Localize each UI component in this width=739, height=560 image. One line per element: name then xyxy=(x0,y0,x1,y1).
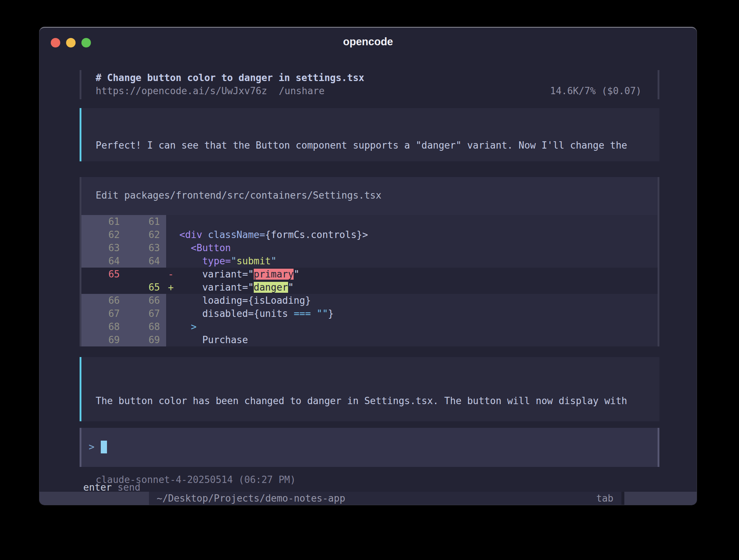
code-token: Purchase xyxy=(168,334,248,345)
code-token: "" xyxy=(317,308,328,319)
code-line: <div className={formCs.controls}> xyxy=(166,228,658,241)
diff-row: 6767 disabled={units === ""} xyxy=(81,307,658,320)
code-token: submit xyxy=(237,256,271,266)
share-url[interactable]: https://opencode.ai/s/UwJxv76z xyxy=(96,84,267,97)
code-line: > xyxy=(166,320,658,333)
status-separator xyxy=(621,492,624,505)
diff-plus-marker: + xyxy=(168,281,174,294)
session-title: # Change button color to danger in setti… xyxy=(96,71,658,84)
diff-row: 6363 <Button xyxy=(81,241,658,254)
line-number-new: 62 xyxy=(125,228,166,241)
code-line: <Button xyxy=(166,241,658,254)
edit-tool-header: Edit packages/frontend/src/containers/Se… xyxy=(81,177,658,215)
code-token: === xyxy=(294,308,317,319)
code-token xyxy=(168,321,191,332)
assistant-message: Perfect! I can see that the Button compo… xyxy=(80,108,659,161)
line-number-new: 63 xyxy=(125,241,166,254)
line-number-new: 66 xyxy=(125,294,166,307)
code-token: } xyxy=(328,308,334,319)
message-line: Perfect! I can see that the Button compo… xyxy=(96,139,659,152)
line-number-old: 69 xyxy=(81,333,125,346)
line-number-new: 61 xyxy=(125,215,166,228)
text-cursor xyxy=(101,441,107,453)
line-number-old: 68 xyxy=(81,320,125,333)
diff-row: 6969 Purchase xyxy=(81,333,658,346)
prompt-chevron: > xyxy=(89,440,95,453)
line-number-old: 61 xyxy=(81,215,125,228)
code-line xyxy=(166,215,658,228)
deleted-word: primary xyxy=(254,269,294,280)
line-number-old: 66 xyxy=(81,294,125,307)
diff-view: 6161 6262 <div className={formCs.control… xyxy=(81,215,658,346)
window-title: opencode xyxy=(39,36,697,48)
line-number-new: 64 xyxy=(125,254,166,268)
diff-row: 6464 type="submit" xyxy=(81,254,658,268)
code-line: type="submit" xyxy=(166,254,658,268)
line-number-new: 67 xyxy=(125,307,166,320)
line-number-new: 65 xyxy=(125,281,166,294)
line-number-new xyxy=(125,268,166,281)
diff-row: 6161 xyxy=(81,215,658,228)
diff-row: 6868 > xyxy=(81,320,658,333)
working-directory: ~/Desktop/Projects/demo-notes-app xyxy=(157,492,345,505)
code-line: - variant="primary" xyxy=(166,268,658,281)
diff-row-deleted: 65 - variant="primary" xyxy=(81,268,658,281)
code-token: " xyxy=(294,269,299,280)
unshare-command[interactable]: /unshare xyxy=(279,84,325,97)
code-token: className= xyxy=(202,229,265,240)
line-number-old: 63 xyxy=(81,241,125,254)
app-version-segment: opencode v0.3.11 xyxy=(39,492,149,505)
status-bar: opencode v0.3.11 ~/Desktop/Projects/demo… xyxy=(39,492,697,505)
code-token: type= xyxy=(168,256,231,266)
code-line: Purchase xyxy=(166,333,658,346)
line-number-old: 67 xyxy=(81,307,125,320)
diff-minus-marker: - xyxy=(168,268,174,281)
title-bar: opencode xyxy=(39,28,697,54)
code-token: <div xyxy=(168,229,202,240)
tab-key-hint: tab xyxy=(596,492,613,505)
code-line: + variant="danger" xyxy=(166,281,658,294)
line-number-old: 62 xyxy=(81,228,125,241)
diff-row: 6666 loading={isLoading} xyxy=(81,294,658,307)
code-line: disabled={units === ""} xyxy=(166,307,658,320)
code-line: loading={isLoading} xyxy=(166,294,658,307)
key-label: enter xyxy=(83,482,112,493)
line-number-old xyxy=(81,281,125,294)
context-stats: 14.6K/7% ($0.07) xyxy=(550,84,642,97)
terminal-window: opencode # Change button color to danger… xyxy=(39,27,697,505)
line-number-old: 65 xyxy=(81,268,125,281)
key-action-label: send xyxy=(112,482,140,493)
mode-indicator[interactable]: BUILD MODE xyxy=(624,492,697,505)
prompt-input[interactable]: > xyxy=(80,428,659,467)
code-token: disabled={units xyxy=(168,308,294,319)
added-word: danger xyxy=(254,282,288,293)
code-token: > xyxy=(191,321,197,332)
code-token: {formCs.controls}> xyxy=(265,229,368,240)
code-token: variant= xyxy=(168,269,248,280)
code-token: <Button xyxy=(168,242,231,253)
code-token: " xyxy=(248,282,254,293)
code-token: " xyxy=(288,282,294,293)
assistant-message: The button color has been changed to dan… xyxy=(80,357,659,421)
code-token: " xyxy=(231,256,237,266)
code-token: variant= xyxy=(168,282,248,293)
session-header: # Change button color to danger in setti… xyxy=(80,70,659,99)
hint-row: enter send Anthropic Claude Sonnet 4 xyxy=(80,468,659,481)
code-token: " xyxy=(271,256,277,266)
diff-row: 6262 <div className={formCs.controls}> xyxy=(81,228,658,241)
code-token: " xyxy=(248,269,254,280)
line-number-old: 64 xyxy=(81,254,125,268)
code-token: loading={isLoading} xyxy=(168,295,311,306)
edit-tool-card: Edit packages/frontend/src/containers/Se… xyxy=(80,177,659,346)
message-line: The button color has been changed to dan… xyxy=(96,394,659,407)
line-number-new: 68 xyxy=(125,320,166,333)
diff-row-added: 65 + variant="danger" xyxy=(81,281,658,294)
line-number-new: 69 xyxy=(125,333,166,346)
